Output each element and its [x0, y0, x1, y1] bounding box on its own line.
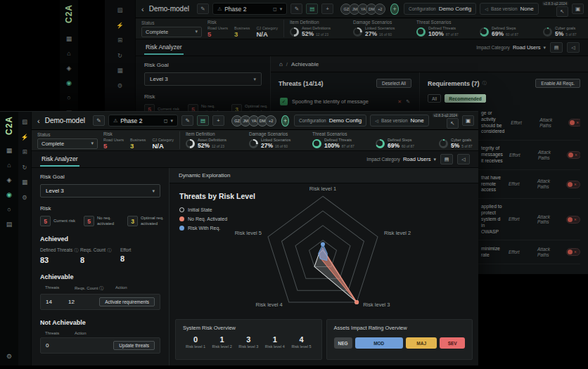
target-icon[interactable]: ○: [67, 95, 70, 101]
enable-all-reqs-button[interactable]: Enable All Reqs.: [535, 79, 580, 88]
risk-label: Risk: [40, 205, 160, 212]
app-sidebar: C2A ▦⌂◈◉○▤ ⚙: [0, 112, 18, 365]
activate-requirements-button[interactable]: Activate requirements: [99, 297, 155, 306]
settings-gear-icon[interactable]: ⚙: [6, 353, 12, 360]
status-select[interactable]: Complete ▾: [37, 138, 98, 149]
back-button[interactable]: ‹: [140, 5, 146, 13]
phase-report-button[interactable]: ▤: [197, 115, 209, 126]
matrix-icon[interactable]: ▦: [22, 179, 27, 186]
risk-analyzer-icon[interactable]: ⚡: [116, 22, 124, 29]
home-icon[interactable]: ⌂: [279, 61, 283, 67]
achieved-metric: Effort 8: [120, 247, 160, 264]
add-user-button[interactable]: +: [390, 4, 399, 15]
flag-icon[interactable]: ✕: [397, 99, 402, 105]
filter-chip-all[interactable]: All: [428, 94, 441, 103]
toggle-thumb-icon: [568, 250, 573, 254]
gauge-ring-icon: [480, 27, 489, 37]
avatar[interactable]: +2: [374, 4, 385, 15]
edit-model-button[interactable]: ✎: [93, 115, 105, 126]
cursor-tool-button[interactable]: ↖: [447, 118, 459, 129]
gauge-group: Damage Scenarios Linked Scenarios 27% 16…: [249, 131, 307, 149]
update-threats-button[interactable]: Update threats: [113, 341, 155, 350]
impact-rating-segment: NEG: [334, 337, 352, 349]
filter-chip-recommended[interactable]: Recommended: [445, 94, 486, 103]
sync-icon[interactable]: ↻: [22, 164, 27, 171]
status-shield-icon[interactable]: ◉: [6, 192, 12, 198]
edit-model-button[interactable]: ✎: [197, 4, 209, 14]
app-logo: C2A: [64, 4, 74, 23]
requirement-toggle[interactable]: ✕: [566, 216, 580, 224]
layers-icon[interactable]: ▤: [6, 221, 13, 228]
progress-gauge: Asset Definitions 52% 12 of 23: [186, 138, 243, 149]
impact-category-select[interactable]: Impact Category Road Users ▾: [366, 156, 436, 162]
matrix-icon[interactable]: ▦: [117, 67, 122, 74]
threat-checkbox[interactable]: ✓: [280, 98, 288, 105]
risk-level-count: 1 Risk level 4: [265, 335, 285, 349]
edit-phase-button[interactable]: ✎: [290, 4, 302, 14]
impact-rating-segment: SEV: [440, 337, 465, 349]
gauge-ring-icon: [186, 139, 195, 148]
requirement-toggle[interactable]: ✕: [567, 151, 580, 159]
edit-icon[interactable]: ✎: [406, 99, 410, 105]
risk-analyzer-icon[interactable]: ⚡: [21, 134, 29, 141]
threat-row[interactable]: ✓ Spoofing the identity of message ✕ ✎: [279, 94, 411, 109]
risk-label: Risk: [144, 93, 262, 100]
foreground-window: C2A ▦⌂◈◉○▤ ⚙ ▧⚡⊞↻▦⚙ ‹ Demo-model ✎ ⚠ Pha…: [0, 111, 478, 365]
report-button[interactable]: ▤: [550, 42, 563, 53]
risk-metric: CJ Category N/A: [152, 138, 174, 150]
add-user-button[interactable]: +: [281, 115, 289, 127]
status-shield-icon[interactable]: ◉: [66, 80, 72, 86]
cursor-tool-button[interactable]: ↖: [556, 6, 568, 17]
board-icon[interactable]: ▧: [117, 7, 122, 13]
base-version-select[interactable]: ◁ Base version None: [370, 115, 428, 127]
achieved-metric: Reqs. Countⓘ 8: [80, 247, 120, 264]
screenshot-button[interactable]: ▣: [462, 115, 474, 126]
progress-gauge: Linked Scenarios 27% 16 of 60: [249, 138, 307, 149]
components-icon[interactable]: ⊞: [117, 37, 122, 44]
requirement-toggle[interactable]: ✕: [566, 181, 580, 188]
progress-gauge: Asset Definitions 52% 12 of 23: [290, 26, 347, 37]
status-select[interactable]: Complete ▾: [141, 27, 202, 37]
avatar[interactable]: +2: [265, 115, 276, 127]
requirement-toggle[interactable]: ✕: [566, 248, 580, 256]
risk-goal-select[interactable]: Level 3 ▾: [144, 72, 262, 86]
configuration-select[interactable]: Configuration Demo Config: [404, 3, 476, 15]
tab-risk-analyzer[interactable]: Risk Analyzer: [40, 152, 79, 167]
components-icon[interactable]: ⊞: [22, 149, 27, 155]
config-icon[interactable]: ⚙: [22, 195, 27, 201]
phase-selector[interactable]: ⚠ Phase 2 ◻ ▾: [212, 3, 287, 15]
screenshot-button[interactable]: ▣: [572, 4, 584, 14]
sync-icon[interactable]: ↻: [117, 53, 122, 59]
announce-icon: ◁: [485, 6, 488, 11]
apps-grid-icon[interactable]: ▦: [6, 148, 13, 154]
report-button[interactable]: ▤: [440, 154, 453, 164]
vehicle-icon[interactable]: ◈: [67, 65, 72, 72]
home-icon[interactable]: ⌂: [7, 162, 11, 169]
impact-category-select[interactable]: Impact Category Road Users ▾: [476, 44, 546, 51]
edit-phase-button[interactable]: ✎: [181, 115, 193, 126]
deselect-all-button[interactable]: Deselect All: [376, 79, 411, 88]
announce-button[interactable]: ◁: [457, 154, 470, 164]
base-version-select[interactable]: ◁ Base version None: [480, 3, 538, 15]
risk-metric: CJ Category N/A: [256, 26, 278, 38]
phase-selector[interactable]: ⚠ Phase 2 ◻ ▾: [108, 115, 178, 127]
vehicle-icon[interactable]: ◈: [7, 177, 12, 183]
requirement-toggle[interactable]: ✕: [568, 119, 580, 127]
tab-risk-analyzer[interactable]: Risk Analyzer: [144, 40, 184, 55]
home-icon[interactable]: ⌂: [67, 51, 70, 57]
risk-goal-select[interactable]: Level 3 ▾: [40, 184, 160, 198]
gauge-ring-icon: [290, 27, 299, 37]
phase-report-button[interactable]: ▤: [306, 4, 318, 14]
risk-level-count: 4 Risk level 5: [291, 335, 311, 349]
warning-icon: ⚠: [113, 118, 117, 124]
target-icon[interactable]: ○: [7, 207, 11, 213]
board-icon[interactable]: ▧: [22, 119, 27, 125]
add-phase-button[interactable]: +: [212, 115, 224, 126]
config-icon[interactable]: ⚙: [117, 83, 123, 89]
svg-text:Risk level 4: Risk level 4: [256, 302, 283, 308]
configuration-select[interactable]: Configuration Demo Config: [294, 115, 366, 127]
add-phase-button[interactable]: +: [321, 4, 333, 14]
apps-grid-icon[interactable]: ▦: [66, 36, 72, 42]
announce-button[interactable]: ◁: [567, 42, 580, 53]
back-button[interactable]: ‹: [36, 117, 41, 125]
